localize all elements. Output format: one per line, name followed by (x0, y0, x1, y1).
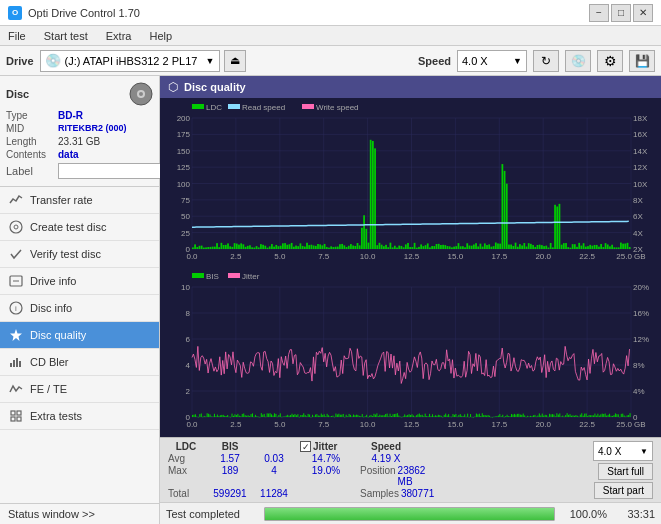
jitter-checkbox[interactable]: ✓ (300, 441, 311, 452)
speed-label: Speed (418, 55, 451, 67)
svg-rect-12 (16, 358, 18, 367)
titlebar: O Opti Drive Control 1.70 − □ ✕ (0, 0, 661, 26)
stats-samples-value: 380771 (401, 488, 434, 499)
svg-rect-16 (11, 417, 15, 421)
status-window-link[interactable]: Status window >> (8, 508, 151, 520)
stats-max-bis: 4 (256, 465, 292, 487)
menu-file[interactable]: File (4, 29, 30, 43)
nav-disc-quality-label: Disc quality (30, 329, 86, 341)
nav-extra-tests[interactable]: Extra tests (0, 403, 159, 430)
nav-drive-info[interactable]: Drive info (0, 268, 159, 295)
stats-total-ldc: 599291 (212, 488, 248, 499)
nav-cd-bler-label: CD Bler (30, 356, 69, 368)
disc-mid-field: MID RITEKBR2 (000) (6, 123, 153, 134)
start-full-button[interactable]: Start full (598, 463, 653, 480)
nav-create-test-disc[interactable]: Create test disc (0, 214, 159, 241)
stats-position-row: Position 23862 MB (360, 465, 412, 487)
drive-toolbar: Drive 💿 (J:) ATAPI iHBS312 2 PL17 ▼ ⏏ Sp… (0, 46, 661, 76)
progress-bar-area: Test completed 100.0% 33:31 (160, 502, 661, 524)
sidebar: Disc Type BD-R MID RITEKBR2 (000) Length… (0, 76, 160, 524)
save-button[interactable]: 💾 (629, 50, 655, 72)
disc-contents-label: Contents (6, 149, 54, 160)
stats-max-jitter: 19.0% (300, 465, 352, 487)
transfer-rate-icon (8, 192, 24, 208)
stats-samples-label: Samples (360, 488, 399, 499)
stats-avg-jitter: 14.7% (300, 453, 352, 464)
disc-length-field: Length 23.31 GB (6, 136, 153, 147)
start-part-button[interactable]: Start part (594, 482, 653, 499)
charts-area (160, 98, 661, 437)
titlebar-left: O Opti Drive Control 1.70 (8, 6, 140, 20)
menubar: File Start test Extra Help (0, 26, 661, 46)
status-section: Status window >> (0, 503, 159, 524)
nav-disc-quality[interactable]: Disc quality (0, 322, 159, 349)
disc-mid-value: RITEKBR2 (000) (58, 123, 127, 134)
speed-target-dropdown[interactable]: 4.0 X ▼ (593, 441, 653, 461)
nav-disc-info[interactable]: i Disc info (0, 295, 159, 322)
bis-chart (162, 269, 659, 435)
cd-bler-icon (8, 354, 24, 370)
stats-jitter-header: Jitter (313, 441, 337, 452)
svg-rect-11 (13, 360, 15, 367)
progress-bar-track (264, 507, 555, 521)
panel-header-title: Disc quality (184, 81, 246, 93)
stats-ldc-header: LDC (168, 441, 204, 452)
drive-dropdown[interactable]: 💿 (J:) ATAPI iHBS312 2 PL17 ▼ (40, 50, 220, 72)
progress-time: 33:31 (615, 508, 655, 520)
disc-panel-header: Disc (6, 82, 153, 106)
nav-verify-test-disc[interactable]: Verify test disc (0, 241, 159, 268)
svg-point-3 (10, 221, 22, 233)
minimize-button[interactable]: − (589, 4, 609, 22)
stats-position-label: Position (360, 465, 396, 487)
main-layout: Disc Type BD-R MID RITEKBR2 (000) Length… (0, 76, 661, 524)
drive-value: (J:) ATAPI iHBS312 2 PL17 (65, 55, 202, 67)
content-area: ⬡ Disc quality LDC BIS (160, 76, 661, 524)
menu-extra[interactable]: Extra (102, 29, 136, 43)
nav-extra-tests-label: Extra tests (30, 410, 82, 422)
nav-transfer-rate[interactable]: Transfer rate (0, 187, 159, 214)
close-button[interactable]: ✕ (633, 4, 653, 22)
panel-header: ⬡ Disc quality (160, 76, 661, 98)
svg-rect-17 (17, 417, 21, 421)
speed-row: 4.0 X ▼ (593, 441, 653, 461)
verify-test-disc-icon (8, 246, 24, 262)
speed-dropdown[interactable]: 4.0 X ▼ (457, 50, 527, 72)
panel-header-icon: ⬡ (168, 80, 178, 94)
svg-point-2 (139, 92, 143, 96)
svg-rect-15 (17, 411, 21, 415)
stats-max-label: Max (168, 465, 204, 487)
stats-avg-ldc: 1.57 (212, 453, 248, 464)
stats-table: LDC BIS ✓ Jitter Speed Avg 1.57 0.03 14 (168, 441, 412, 499)
disc-label-row: Label 🔍 (6, 162, 153, 180)
stats-max-ldc: 189 (212, 465, 248, 487)
app-title: Opti Drive Control 1.70 (28, 7, 140, 19)
disc-type-label: Type (6, 110, 54, 121)
disc-button[interactable]: 💿 (565, 50, 591, 72)
settings-button[interactable]: ⚙ (597, 50, 623, 72)
stats-avg-label: Avg (168, 453, 204, 464)
stats-total-label: Total (168, 488, 204, 499)
svg-rect-10 (10, 363, 12, 367)
menu-help[interactable]: Help (145, 29, 176, 43)
maximize-button[interactable]: □ (611, 4, 631, 22)
disc-label-label: Label (6, 165, 54, 177)
nav-cd-bler[interactable]: CD Bler (0, 349, 159, 376)
speed-value: 4.0 X (462, 55, 509, 67)
nav-drive-info-label: Drive info (30, 275, 76, 287)
stats-speed-value: 4.19 X (360, 453, 412, 464)
stats-empty-header (256, 441, 292, 452)
eject-button[interactable]: ⏏ (224, 50, 246, 72)
sidebar-nav: Transfer rate Create test disc Verify te… (0, 187, 159, 503)
titlebar-controls: − □ ✕ (589, 4, 653, 22)
svg-text:i: i (15, 304, 17, 313)
create-test-disc-icon (8, 219, 24, 235)
stats-speed-header: Speed (360, 441, 412, 452)
nav-create-test-disc-label: Create test disc (30, 221, 106, 233)
menu-start-test[interactable]: Start test (40, 29, 92, 43)
disc-type-value: BD-R (58, 110, 83, 121)
nav-fe-te[interactable]: FE / TE (0, 376, 159, 403)
refresh-button[interactable]: ↻ (533, 50, 559, 72)
ldc-chart-canvas (162, 100, 659, 267)
stats-bottom: LDC BIS ✓ Jitter Speed Avg 1.57 0.03 14 (160, 437, 661, 502)
stats-avg-bis: 0.03 (256, 453, 292, 464)
